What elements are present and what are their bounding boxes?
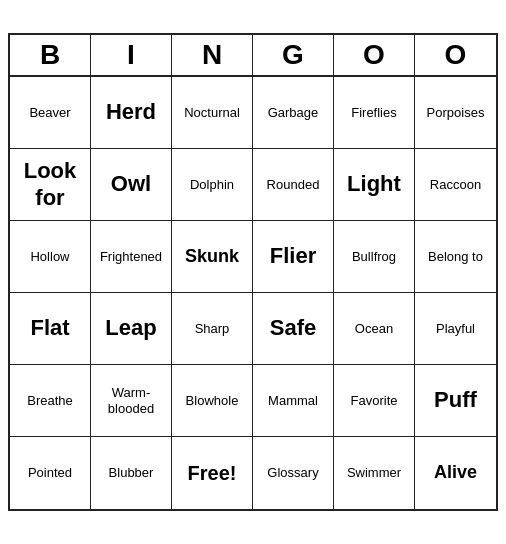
bingo-cell-19: Leap xyxy=(91,293,172,365)
bingo-cell-35: Alive xyxy=(415,437,496,509)
bingo-cell-5: Porpoises xyxy=(415,77,496,149)
bingo-cell-30: Pointed xyxy=(10,437,91,509)
header-cell-G-3: G xyxy=(253,35,334,75)
bingo-cell-1: Herd xyxy=(91,77,172,149)
bingo-cell-2: Nocturnal xyxy=(172,77,253,149)
bingo-cell-12: Hollow xyxy=(10,221,91,293)
bingo-cell-16: Bullfrog xyxy=(334,221,415,293)
bingo-cell-17: Belong to xyxy=(415,221,496,293)
bingo-cell-20: Sharp xyxy=(172,293,253,365)
bingo-cell-0: Beaver xyxy=(10,77,91,149)
header-cell-B-0: B xyxy=(10,35,91,75)
bingo-cell-26: Blowhole xyxy=(172,365,253,437)
bingo-cell-14: Skunk xyxy=(172,221,253,293)
bingo-cell-33: Glossary xyxy=(253,437,334,509)
bingo-cell-3: Garbage xyxy=(253,77,334,149)
bingo-cell-24: Breathe xyxy=(10,365,91,437)
bingo-cell-32: Free! xyxy=(172,437,253,509)
bingo-cell-8: Dolphin xyxy=(172,149,253,221)
bingo-cell-28: Favorite xyxy=(334,365,415,437)
bingo-cell-18: Flat xyxy=(10,293,91,365)
bingo-cell-6: Look for xyxy=(10,149,91,221)
bingo-header: BINGOO xyxy=(10,35,496,77)
bingo-cell-11: Raccoon xyxy=(415,149,496,221)
bingo-cell-13: Frightened xyxy=(91,221,172,293)
bingo-cell-31: Blubber xyxy=(91,437,172,509)
bingo-cell-15: Flier xyxy=(253,221,334,293)
bingo-cell-34: Swimmer xyxy=(334,437,415,509)
bingo-grid: BeaverHerdNocturnalGarbageFirefliesPorpo… xyxy=(10,77,496,509)
bingo-cell-23: Playful xyxy=(415,293,496,365)
bingo-cell-9: Rounded xyxy=(253,149,334,221)
header-cell-N-2: N xyxy=(172,35,253,75)
bingo-card: BINGOO BeaverHerdNocturnalGarbageFirefli… xyxy=(8,33,498,511)
bingo-cell-27: Mammal xyxy=(253,365,334,437)
bingo-cell-10: Light xyxy=(334,149,415,221)
bingo-cell-7: Owl xyxy=(91,149,172,221)
bingo-cell-21: Safe xyxy=(253,293,334,365)
header-cell-I-1: I xyxy=(91,35,172,75)
header-cell-O-4: O xyxy=(334,35,415,75)
header-cell-O-5: O xyxy=(415,35,496,75)
bingo-cell-4: Fireflies xyxy=(334,77,415,149)
bingo-cell-29: Puff xyxy=(415,365,496,437)
bingo-cell-25: Warm-blooded xyxy=(91,365,172,437)
bingo-cell-22: Ocean xyxy=(334,293,415,365)
